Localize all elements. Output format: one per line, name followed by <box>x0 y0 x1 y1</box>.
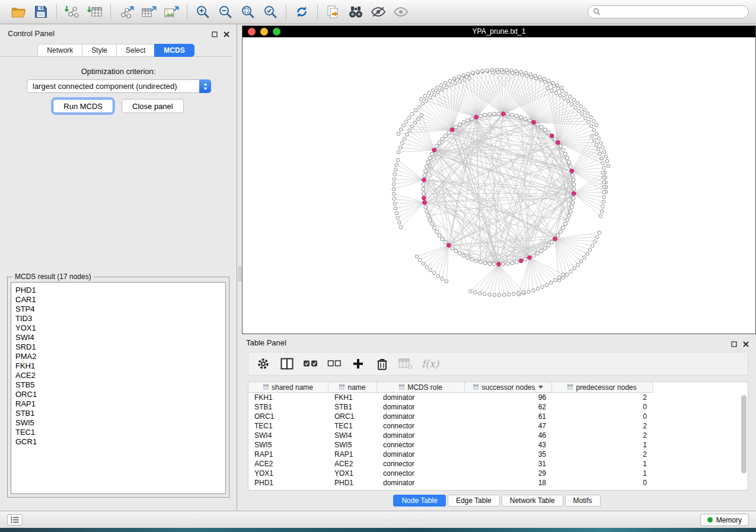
table-row[interactable]: SWI5SWI5connector431 <box>248 440 748 450</box>
tab-network-table[interactable]: Network Table <box>502 495 563 507</box>
tab-motifs[interactable]: Motifs <box>565 495 601 507</box>
refresh-icon <box>295 5 309 19</box>
show-hide-panel-button[interactable] <box>390 2 412 21</box>
table-settings-button[interactable] <box>253 355 273 373</box>
apply-layout-button[interactable] <box>291 2 313 21</box>
zoom-fit-button[interactable] <box>237 2 259 21</box>
column-header-shared-name[interactable]: shared name <box>248 382 328 393</box>
binoculars-icon <box>348 5 363 18</box>
table-row[interactable]: SWI4SWI4dominator462 <box>248 431 748 440</box>
network-canvas[interactable] <box>243 37 755 334</box>
toolbar-separator <box>286 4 286 20</box>
control-panel-tabbar: Network Style Select MCDS <box>0 44 232 57</box>
column-header-name[interactable]: name <box>328 382 377 393</box>
import-table-button[interactable] <box>84 2 106 21</box>
table-tabs: Node Table Edge Table Network Table Moti… <box>238 495 756 507</box>
table-row[interactable]: FKH1FKH1dominator962 <box>248 393 748 402</box>
vertical-splitter-handle[interactable] <box>238 266 241 281</box>
mcds-result-item[interactable]: CAR1 <box>15 295 225 305</box>
tab-network[interactable]: Network <box>37 44 82 57</box>
table-panel-float-icon[interactable] <box>731 340 737 349</box>
mcds-result-list[interactable]: PHD1CAR1STP4TID3YOX1SWI4SRD1PMA2FKH1ACE2… <box>11 282 226 494</box>
mcds-result-item[interactable]: SWI5 <box>15 418 225 428</box>
search-input[interactable] <box>588 5 749 18</box>
table-row[interactable]: ACE2ACE2connector311 <box>248 459 748 469</box>
table-row[interactable]: ORC1ORC1dominator610 <box>248 412 748 421</box>
float-panel-icon[interactable] <box>212 30 218 39</box>
find-button[interactable] <box>344 2 367 21</box>
search-icon <box>593 8 601 17</box>
column-type-icon <box>263 384 269 390</box>
export-table-button[interactable] <box>138 2 160 21</box>
select-all-columns-button[interactable] <box>301 355 321 373</box>
mcds-result-item[interactable]: GCR1 <box>15 437 225 447</box>
table-cell: 96 <box>465 393 552 402</box>
table-row[interactable]: PHD1PHD1dominator180 <box>248 478 748 488</box>
open-file-button[interactable] <box>7 2 30 21</box>
function-builder-label[interactable]: f(x) <box>419 358 439 370</box>
close-panel-icon[interactable] <box>224 30 229 39</box>
mcds-result-item[interactable]: YOX1 <box>15 323 225 333</box>
mcds-result-item[interactable]: TEC1 <box>15 428 225 437</box>
mcds-result-item[interactable]: PHD1 <box>15 286 225 295</box>
table-cell: 62 <box>465 403 552 411</box>
show-columns-button[interactable] <box>277 355 297 373</box>
show-panels-button[interactable] <box>7 514 23 525</box>
clone-network-button[interactable] <box>322 2 344 21</box>
column-header-predecessor-nodes[interactable]: predecessor nodes <box>552 382 653 393</box>
delete-table-button-disabled[interactable] <box>395 355 416 373</box>
zoom-in-button[interactable] <box>192 2 214 21</box>
mcds-result-item[interactable]: SWI4 <box>15 333 225 342</box>
table-cell: 2 <box>552 422 653 430</box>
delete-column-button[interactable] <box>372 355 392 373</box>
mcds-result-item[interactable]: ACE2 <box>15 371 225 380</box>
mcds-result-item[interactable]: STB5 <box>15 380 225 390</box>
mcds-result-item[interactable]: SRD1 <box>15 342 225 352</box>
export-image-button[interactable] <box>160 2 183 21</box>
open-file-icon <box>11 6 26 18</box>
mcds-result-item[interactable]: STB1 <box>15 409 225 418</box>
tab-node-table[interactable]: Node Table <box>393 495 446 507</box>
save-session-button[interactable] <box>30 2 52 21</box>
memory-button[interactable]: Memory <box>700 514 749 526</box>
deselect-all-columns-button[interactable] <box>324 355 344 373</box>
zoom-selected-button[interactable] <box>259 2 282 21</box>
columns-icon <box>280 358 294 370</box>
create-column-button[interactable] <box>348 355 368 373</box>
table-row[interactable]: YOX1YOX1connector291 <box>248 469 748 478</box>
close-mcds-panel-button[interactable]: Close panel <box>122 99 184 113</box>
table-cell: PHD1 <box>248 479 328 487</box>
mcds-result-item[interactable]: STP4 <box>15 305 225 314</box>
network-window-titlebar[interactable]: YPA_prune.txt_1 <box>243 26 755 37</box>
mcds-result-item[interactable]: FKH1 <box>15 361 225 371</box>
toggle-graphics-details-button[interactable] <box>367 2 390 21</box>
column-header-mcds-role[interactable]: MCDS role <box>377 382 465 393</box>
table-scrollbar[interactable] <box>741 395 747 473</box>
table-cell: dominator <box>377 393 465 402</box>
desktop-background <box>0 528 756 532</box>
network-window: YPA_prune.txt_1 <box>242 25 756 334</box>
run-mcds-button[interactable]: Run MCDS <box>53 99 113 113</box>
mcds-result-item[interactable]: ORC1 <box>15 390 225 399</box>
tab-mcds[interactable]: MCDS <box>154 44 194 57</box>
zoom-out-button[interactable] <box>214 2 237 21</box>
tab-style[interactable]: Style <box>82 44 116 57</box>
tab-edge-table[interactable]: Edge Table <box>448 495 500 507</box>
table-row[interactable]: STB1STB1dominator620 <box>248 402 748 412</box>
table-cell: 1 <box>552 460 653 468</box>
optimization-criterion-select[interactable]: largest connected component (undirected) <box>27 79 211 93</box>
table-cell: dominator <box>377 412 465 421</box>
import-network-button[interactable] <box>61 2 84 21</box>
tab-select[interactable]: Select <box>116 44 154 57</box>
table-cell: connector <box>377 469 465 477</box>
table-cell: 29 <box>465 469 552 477</box>
table-panel-close-icon[interactable] <box>743 340 749 349</box>
column-header-successor-nodes[interactable]: successor nodes <box>465 382 552 393</box>
export-network-button[interactable] <box>115 2 138 21</box>
table-row[interactable]: TEC1TEC1connector472 <box>248 421 748 431</box>
mcds-result-item[interactable]: TID3 <box>15 314 225 323</box>
mcds-result-item[interactable]: PMA2 <box>15 352 225 361</box>
mcds-result-item[interactable]: RAP1 <box>15 399 225 409</box>
table-cell: FKH1 <box>248 393 328 402</box>
table-row[interactable]: RAP1RAP1dominator352 <box>248 450 748 459</box>
